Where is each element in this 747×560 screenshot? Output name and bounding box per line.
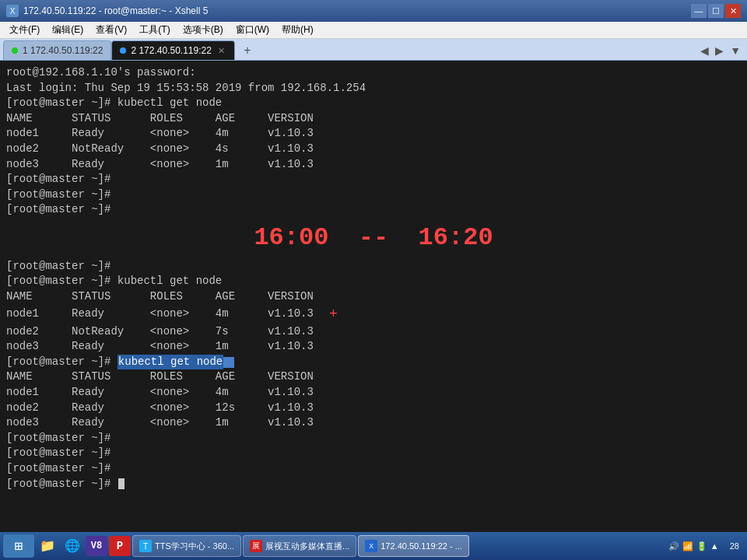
prompt5-line: [root@master ~]#	[6, 259, 741, 275]
prompt2: [root@master ~]#	[6, 172, 110, 187]
menu-bar: 文件(F) 编辑(E) 查看(V) 工具(T) 选项卡(B) 窗口(W) 帮助(…	[0, 22, 747, 39]
prompt4: [root@master ~]#	[6, 202, 110, 218]
tab-1[interactable]: 1 172.40.50.119:22	[3, 40, 111, 60]
tab1-status-dot	[12, 47, 18, 54]
prompt1: [root@master ~]# kubectl get node	[6, 96, 222, 111]
prompt9: [root@master ~]#	[6, 446, 110, 461]
start-button[interactable]: ⊞	[3, 534, 34, 558]
table3-header: NAME STATUS ROLES AGE VERSION	[6, 369, 741, 385]
window-title: 172.40.50.119:22 - root@master:~ - Xshel…	[23, 5, 691, 16]
text-cursor	[118, 478, 124, 489]
table1-row1: node1 Ready <none> 4m v1.10.3	[6, 126, 741, 142]
taskbar-app-xshell[interactable]: X 172.40.50.119:22 - ...	[358, 535, 469, 557]
menu-tools[interactable]: 工具(T)	[133, 22, 176, 38]
last-login-text: Last login: Thu Sep 19 15:53:58 2019 fro…	[6, 81, 366, 96]
maximize-button[interactable]: ☐	[708, 4, 724, 18]
taskbar-icon-v8[interactable]: V8	[86, 536, 107, 556]
title-bar: X 172.40.50.119:22 - root@master:~ - Xsh…	[0, 0, 747, 22]
app-icon: X	[6, 5, 19, 17]
table2-row2: node2 NotReady <none> 7s v1.10.3	[6, 324, 741, 340]
table2-header: NAME STATUS ROLES AGE VERSION	[6, 289, 741, 305]
prompt7: [root@master ~]#	[6, 355, 117, 370]
big-time-text: 16:00 -- 16:20	[254, 221, 493, 256]
tab2-label: 2 172.40.50.119:22	[131, 45, 211, 56]
table3-row1: node1 Ready <none> 4m v1.10.3	[6, 385, 741, 401]
prompt4-line: [root@master ~]#	[6, 202, 741, 218]
t2r1-text: node1 Ready <none> 4m v1.10.3	[6, 306, 314, 322]
table1-row3: node3 Ready <none> 1m v1.10.3	[6, 157, 741, 173]
tts-label: TTS学习中心 - 360...	[155, 541, 234, 552]
table1-row2: node2 NotReady <none> 4s v1.10.3	[6, 142, 741, 157]
last-login-line: Last login: Thu Sep 19 15:53:58 2019 fro…	[6, 81, 741, 96]
tab-nav-dropdown[interactable]: ▼	[727, 40, 744, 60]
prompt10-line: [root@master ~]#	[6, 461, 741, 477]
prompt8: [root@master ~]#	[6, 431, 110, 446]
table2-row1: node1 Ready <none> 4m v1.10.3 +	[6, 305, 741, 324]
tray-icon-1: 🔊	[668, 541, 679, 551]
table3-header-text: NAME STATUS ROLES AGE VERSION	[6, 369, 314, 385]
prompt9-line: [root@master ~]#	[6, 446, 741, 461]
taskbar: ⊞ 📁 🌐 V8 P T TTS学习中心 - 360... 展 展视互动多媒体直…	[0, 532, 747, 560]
taskbar-clock: 28	[725, 540, 744, 552]
prompt-cmd2-line: [root@master ~]# kubectl get node	[6, 274, 741, 289]
tab-add-button[interactable]: +	[238, 40, 257, 60]
media-icon: 展	[250, 540, 262, 552]
table3-row2: node2 Ready <none> 12s v1.10.3	[6, 401, 741, 416]
red-plus-icon: +	[329, 305, 338, 324]
xshell-icon: X	[365, 540, 377, 552]
taskbar-app-tts[interactable]: T TTS学习中心 - 360...	[132, 535, 241, 557]
sys-tray: 🔊 📶 🔋 ▲	[664, 541, 724, 551]
t3r3-text: node3 Ready <none> 1m v1.10.3	[6, 415, 314, 431]
prompt8-line: [root@master ~]#	[6, 431, 741, 446]
menu-view[interactable]: 查看(V)	[89, 22, 133, 38]
tab2-status-dot	[120, 47, 126, 54]
menu-tabs[interactable]: 选项卡(B)	[177, 22, 230, 38]
menu-help[interactable]: 帮助(H)	[275, 22, 320, 38]
table2-header-text: NAME STATUS ROLES AGE VERSION	[6, 289, 314, 305]
taskbar-app-media[interactable]: 展 展视互动多媒体直播...	[243, 535, 356, 557]
table3-row3: node3 Ready <none> 1m v1.10.3	[6, 415, 741, 431]
tab1-label: 1 172.40.50.119:22	[23, 45, 103, 56]
prompt2-line: [root@master ~]#	[6, 172, 741, 187]
t2r2-text: node2 NotReady <none> 7s v1.10.3	[6, 324, 314, 340]
prompt6: [root@master ~]# kubectl get node	[6, 274, 222, 289]
tray-text: ▲	[710, 541, 719, 551]
password-prompt: root@192.168.1.10's password:	[6, 65, 196, 81]
tab-bar: 1 172.40.50.119:22 2 172.40.50.119:22 ✕ …	[0, 39, 747, 61]
prompt11-line: [root@master ~]#	[6, 477, 741, 492]
tray-icon-2: 📶	[682, 541, 693, 551]
t1r3-text: node3 Ready <none> 1m v1.10.3	[6, 157, 314, 173]
table1-header: NAME STATUS ROLES AGE VERSION	[6, 111, 741, 127]
media-label: 展视互动多媒体直播...	[265, 541, 349, 552]
taskbar-icon-1[interactable]: 📁	[36, 534, 59, 558]
t3r2-text: node2 Ready <none> 12s v1.10.3	[6, 401, 314, 416]
taskbar-icon-2[interactable]: 🌐	[61, 534, 84, 558]
highlighted-cmd: kubectl get node	[117, 355, 223, 370]
prompt10: [root@master ~]#	[6, 461, 110, 477]
prompt-cmd1-line: [root@master ~]# kubectl get node	[6, 96, 741, 111]
tab-nav-left[interactable]: ◀	[697, 40, 712, 60]
taskbar-icon-p[interactable]: P	[109, 536, 131, 556]
t1r2-text: node2 NotReady <none> 4s v1.10.3	[6, 142, 314, 157]
terminal[interactable]: root@192.168.1.10's password: Last login…	[0, 61, 747, 532]
t1r1-text: node1 Ready <none> 4m v1.10.3	[6, 126, 314, 142]
prompt3: [root@master ~]#	[6, 187, 110, 203]
tab-nav-right[interactable]: ▶	[712, 40, 727, 60]
window-controls: — ☐ ✕	[691, 4, 741, 18]
tab-2[interactable]: 2 172.40.50.119:22 ✕	[111, 40, 234, 60]
menu-edit[interactable]: 编辑(E)	[46, 22, 89, 38]
minimize-button[interactable]: —	[691, 4, 707, 18]
prompt11: [root@master ~]#	[6, 477, 117, 492]
password-line: root@192.168.1.10's password:	[6, 65, 741, 81]
t2r3-text: node3 Ready <none> 1m v1.10.3	[6, 339, 314, 355]
table2-row3: node3 Ready <none> 1m v1.10.3	[6, 339, 741, 355]
prompt-cmd3-line: [root@master ~]# kubectl get node	[6, 355, 741, 370]
tab2-close[interactable]: ✕	[216, 46, 226, 56]
xshell-label: 172.40.50.119:22 - ...	[381, 541, 462, 551]
prompt3-line: [root@master ~]#	[6, 187, 741, 203]
close-button[interactable]: ✕	[725, 4, 741, 18]
prompt5: [root@master ~]#	[6, 259, 110, 275]
t3r1-text: node1 Ready <none> 4m v1.10.3	[6, 385, 314, 401]
menu-window[interactable]: 窗口(W)	[230, 22, 275, 38]
menu-file[interactable]: 文件(F)	[3, 22, 46, 38]
